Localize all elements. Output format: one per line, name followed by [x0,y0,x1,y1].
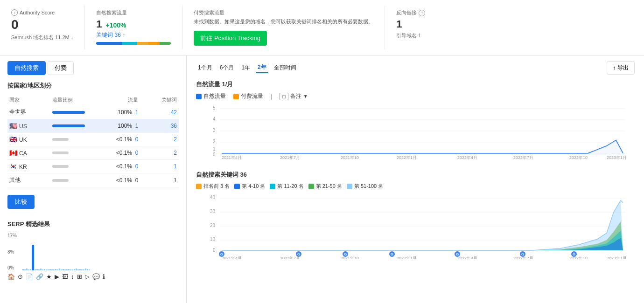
svg-text:2022年1月: 2022年1月 [397,155,417,160]
organic-traffic-block: 自然搜索流量 1 +100% 关键词 36 ↑ [85,6,182,49]
serp-bar-highlight [32,245,34,270]
rank-check-4-10[interactable] [234,184,240,189]
backlinks-info-icon[interactable]: ? [419,10,425,16]
svg-text:0: 0 [213,248,216,253]
organic-keywords-chart-title: 自然搜索关键词 36 [196,171,635,179]
svg-text:2022年10: 2022年10 [569,256,588,259]
svg-text:3: 3 [213,128,216,133]
authority-score-label: i Authority Score [11,9,73,16]
serp-bar [53,269,55,270]
serp-icon-arrow: ↕ [71,273,74,280]
svg-text:2022年1月: 2022年1月 [397,256,417,259]
tab-paid[interactable]: 付费 [48,61,74,75]
metrics-bar: i Authority Score 0 Semrush 域名排名 11.2M ↓… [0,0,644,55]
svg-text:5: 5 [213,105,216,110]
serp-icon-star: ★ [46,273,52,280]
svg-marker-30 [222,200,623,250]
organic-traffic-value: 1 [96,18,102,30]
legend-dot-paid [233,94,239,99]
left-tab-buttons: 自然搜索 付费 [7,61,179,75]
serp-icon-circle: ⊙ [18,273,23,280]
svg-text:2: 2 [213,139,216,144]
serp-bar [83,269,84,270]
serp-bar [55,269,56,270]
svg-text:2022年10: 2022年10 [569,155,588,160]
serp-bar [22,269,24,270]
time-tab-6month[interactable]: 6个月 [218,63,236,73]
svg-text:2023年1月: 2023年1月 [607,256,627,259]
svg-text:2023年1月: 2023年1月 [607,155,627,160]
svg-text:4: 4 [213,117,216,122]
serp-bar [44,269,45,270]
rank-check-21-50[interactable] [308,184,314,189]
col-traffic-ratio: 流量比例 [50,95,88,105]
keywords-line-chart: 40 30 20 10 0 [196,193,635,259]
legend-paid: 付费流量 [233,92,263,100]
svg-text:2021年4月: 2021年4月 [222,256,242,259]
svg-text:10: 10 [210,237,216,242]
serp-bar [79,269,81,270]
table-row: 其他 <0.1% 0 1 [7,173,179,187]
organic-keywords-chart-section: 自然搜索关键词 36 排名前 3 名 第 4-10 名 第 11-20 名 第 … [196,171,635,260]
tab-organic[interactable]: 自然搜索 [7,61,46,75]
serp-icon-info: ℹ [103,273,105,280]
svg-text:2021年7月: 2021年7月 [280,256,300,259]
country-section-title: 按国家/地区划分 [7,82,179,90]
authority-score-sub: Semrush 域名排名 11.2M ↓ [11,34,73,41]
referring-domains: 引导域名 1 [396,32,633,39]
serp-bar [38,269,40,270]
serp-icon-home: 🏠 [7,273,15,280]
svg-marker-32 [222,231,623,250]
authority-info-icon[interactable]: i [11,9,18,16]
rank-top3: 排名前 3 名 [196,183,230,190]
serp-bar [81,269,83,270]
svg-marker-31 [222,221,623,250]
serp-bar [26,269,28,270]
note-icon[interactable]: □ [280,93,288,100]
serp-bar [35,269,36,270]
serp-title: SERP 精选结果 [7,220,179,228]
authority-score-value: 0 [11,18,73,32]
svg-text:40: 40 [210,195,216,200]
time-tab-all[interactable]: 全部时间 [272,63,298,73]
serp-bar [30,269,31,270]
time-tab-1month[interactable]: 1个月 [196,63,214,73]
table-row: 🇨🇦CA <0.1% 0 2 [7,146,179,160]
col-country: 国家 [7,95,50,105]
position-tracking-button[interactable]: 前往 Position Tracking [194,31,267,46]
serp-bar [51,269,53,270]
serp-bar [72,269,73,270]
svg-text:20: 20 [210,223,216,228]
rank-11-20: 第 11-20 名 [270,183,303,190]
table-row: 🇺🇸US 100% 1 36 [7,119,179,133]
legend-note: □ 备注 ▼ [280,92,308,100]
rank-check-11-20[interactable] [270,184,275,189]
paid-traffic-label: 付费搜索流量 [194,9,373,16]
serp-bar [64,269,66,270]
country-table: 国家 流量比例 流量 关键词 全世界 100% 1 42 🇺🇸US 100% 1 [7,95,179,187]
compare-button[interactable]: 比较 [7,195,35,209]
organic-traffic-chart-section: 自然流量 1/月 自然流量 付费流量 | □ 备注 ▼ [196,80,635,161]
serp-bar [59,269,60,270]
rank-check-51-100[interactable] [347,184,352,189]
table-row: 🇰🇷KR <0.1% 0 1 [7,160,179,173]
rank-4-10: 第 4-10 名 [234,183,265,190]
authority-score-block: i Authority Score 0 Semrush 域名排名 11.2M ↓ [0,6,85,49]
svg-text:2022年4月: 2022年4月 [457,256,477,259]
svg-text:2022年7月: 2022年7月 [513,256,533,259]
backlinks-label: 反向链接 ? [396,9,633,16]
rank-check-top3[interactable] [196,184,202,189]
organic-traffic-label: 自然搜索流量 [96,9,171,16]
export-button[interactable]: ↑ 导出 [607,61,635,75]
export-icon: ↑ [613,65,616,71]
serp-icons-row: 🏠 ⊙ 📄 🔗 ★ ▶ 🖼 ↕ ⊞ ▷ 💬 ℹ [7,273,179,280]
serp-icon-grid: ⊞ [77,273,82,280]
time-tab-1year[interactable]: 1年 [239,63,252,73]
serp-bar [42,269,43,270]
time-tab-2year[interactable]: 2年 [256,62,268,73]
serp-bar [77,269,79,270]
svg-text:2021年10: 2021年10 [341,155,359,160]
svg-text:G: G [391,252,393,256]
svg-text:2021年4月: 2021年4月 [222,155,242,160]
chevron-down-icon[interactable]: ▼ [303,94,308,99]
